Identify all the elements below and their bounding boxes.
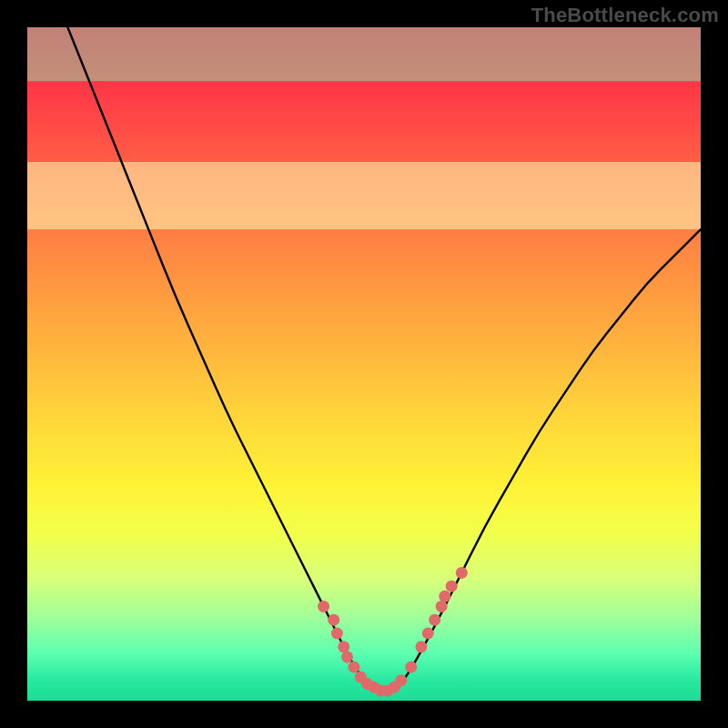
curve-dot <box>348 662 359 673</box>
chart-svg <box>27 27 701 701</box>
glow-bands-group <box>27 27 701 229</box>
glow-band <box>27 162 701 229</box>
curve-dot <box>446 581 458 592</box>
curve-dot <box>456 567 468 579</box>
curve-dot <box>341 651 353 662</box>
curve-dot <box>436 601 448 612</box>
curve-dot <box>338 641 349 652</box>
curve-dots-group <box>318 567 468 697</box>
glow-band <box>27 27 701 81</box>
curve-dot <box>395 674 407 686</box>
chart-plot-area <box>27 27 701 701</box>
curve-dot <box>422 628 434 640</box>
curve-dot <box>415 641 427 652</box>
curve-dot <box>439 591 450 602</box>
curve-dot <box>328 614 339 626</box>
curve-dot <box>318 601 329 612</box>
curve-dot <box>331 628 343 640</box>
bottleneck-curve <box>67 27 701 694</box>
curve-dot <box>429 614 440 626</box>
watermark-text: TheBottleneck.com <box>531 4 719 27</box>
curve-dot <box>405 662 417 673</box>
